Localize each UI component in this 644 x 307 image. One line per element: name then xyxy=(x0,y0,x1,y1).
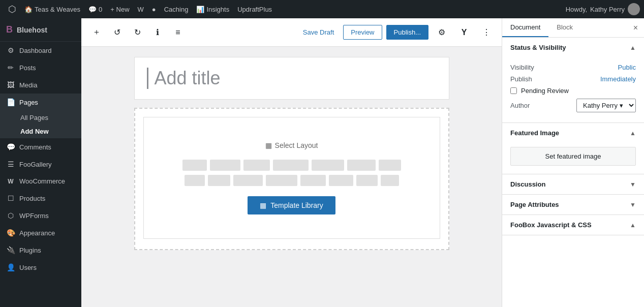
visibility-value[interactable]: Public xyxy=(618,64,636,71)
foogallery-icon: ☰ xyxy=(6,160,15,168)
yoast-icon: Y xyxy=(462,28,467,37)
editor-content[interactable]: Add title ▦ Select Layout xyxy=(81,47,502,307)
woo-icon-top[interactable]: W xyxy=(134,0,148,18)
chevron-down-icon-disc: ▼ xyxy=(630,181,636,188)
layout-cell xyxy=(312,160,344,171)
undo-button[interactable]: ↺ xyxy=(108,23,126,42)
dashboard-icon: ⚙ xyxy=(6,46,15,54)
sidebar-item-products[interactable]: ☐ Products xyxy=(0,190,81,207)
preview-button[interactable]: Preview xyxy=(343,25,382,40)
status-visibility-section: Status & Visibility ▲ Visibility Public … xyxy=(502,38,644,123)
layout-cell xyxy=(300,175,326,186)
tab-document[interactable]: Document xyxy=(502,18,548,37)
publish-row: Publish Immediately xyxy=(510,73,636,85)
add-block-button[interactable]: ＋ xyxy=(87,23,106,42)
pending-review-row: Pending Review xyxy=(510,85,636,97)
pending-review-checkbox[interactable] xyxy=(510,87,517,94)
layout-cell xyxy=(210,160,240,171)
discussion-section: Discussion ▼ xyxy=(502,174,644,195)
insights-link[interactable]: 📊 Insights xyxy=(192,0,233,18)
layout-cell xyxy=(347,160,376,171)
woocommerce-icon: W xyxy=(6,178,15,185)
sidebar-sub-all-pages[interactable]: All Pages xyxy=(14,111,81,125)
settings-button[interactable]: ⚙ xyxy=(433,23,451,42)
home-icon: 🏠 xyxy=(24,6,33,13)
updraft-link[interactable]: UpdraftPlus xyxy=(233,0,276,18)
appearance-icon: 🎨 xyxy=(6,229,15,237)
user-greeting[interactable]: Howdy, Kathy Perry xyxy=(566,3,640,15)
media-icon: 🖼 xyxy=(6,81,15,89)
layout-cell xyxy=(329,175,353,186)
layout-cell xyxy=(273,160,309,171)
sidebar-sub-add-new[interactable]: Add New xyxy=(14,125,81,138)
comments-link[interactable]: 💬 0 xyxy=(84,0,106,18)
select-layout-label: ▦ Select Layout xyxy=(265,141,318,149)
sidebar-item-foogallery[interactable]: ☰ FooGallery xyxy=(0,156,81,173)
bluehost-icon: B xyxy=(6,24,13,35)
more-options-button[interactable]: ⋮ xyxy=(477,23,496,42)
title-placeholder[interactable]: Add title xyxy=(147,68,437,89)
top-bar: ⬡ 🏠 Teas & Weaves 💬 0 + New W ● Caching … xyxy=(0,0,644,18)
sidebar-brand[interactable]: B Bluehost xyxy=(0,18,81,42)
title-block[interactable]: Add title xyxy=(134,57,449,100)
pages-submenu: All Pages Add New xyxy=(0,111,81,138)
featured-image-header[interactable]: Featured Image ▲ xyxy=(502,123,644,143)
sidebar-item-appearance[interactable]: 🎨 Appearance xyxy=(0,224,81,241)
comments-icon: 💬 xyxy=(88,6,97,13)
sidebar-item-dashboard[interactable]: ⚙ Dashboard xyxy=(0,42,81,59)
sidebar-item-woocommerce[interactable]: W WooCommerce xyxy=(0,173,81,190)
wp-logo[interactable]: ⬡ xyxy=(4,4,20,15)
site-name[interactable]: 🏠 Teas & Weaves xyxy=(20,0,84,18)
list-icon: ≡ xyxy=(175,28,180,37)
redo-icon: ↻ xyxy=(134,27,141,37)
dot-status[interactable]: ● xyxy=(148,0,160,18)
caching-link[interactable]: Caching xyxy=(160,0,193,18)
layout-grid xyxy=(156,160,427,186)
status-visibility-body: Visibility Public Publish Immediately Pe… xyxy=(502,57,644,122)
sidebar-item-plugins[interactable]: 🔌 Plugins xyxy=(0,241,81,259)
publish-value[interactable]: Immediately xyxy=(600,75,636,83)
chevron-up-icon: ▲ xyxy=(630,44,636,51)
publish-button[interactable]: Publish... xyxy=(386,25,428,40)
foobox-header[interactable]: FooBox Javascript & CSS ▲ xyxy=(502,215,644,235)
featured-image-body: Set featured image xyxy=(502,143,644,174)
set-featured-image-button[interactable]: Set featured image xyxy=(510,147,636,166)
more-options-icon: ⋮ xyxy=(482,27,490,37)
sidebar-item-media[interactable]: 🖼 Media xyxy=(0,76,81,94)
layout-cell xyxy=(379,160,401,171)
status-visibility-header[interactable]: Status & Visibility ▲ xyxy=(502,38,644,57)
panel-body: Status & Visibility ▲ Visibility Public … xyxy=(502,38,644,307)
page-attributes-header[interactable]: Page Attributes ▼ xyxy=(502,195,644,214)
sidebar: B Bluehost ⚙ Dashboard ✏ Posts 🖼 Media 📄… xyxy=(0,18,81,307)
pages-icon: 📄 xyxy=(6,98,15,106)
sidebar-item-wpforms[interactable]: ⬡ WPForms xyxy=(0,207,81,224)
save-draft-button[interactable]: Save Draft xyxy=(298,25,339,39)
template-library-icon: ▦ xyxy=(260,201,266,209)
sidebar-item-posts[interactable]: ✏ Posts xyxy=(0,59,81,76)
template-library-button[interactable]: ▦ Template Library xyxy=(248,196,335,214)
sidebar-item-comments[interactable]: 💬 Comments xyxy=(0,138,81,156)
sidebar-item-users[interactable]: 👤 Users xyxy=(0,259,81,276)
new-button[interactable]: + New xyxy=(106,0,133,18)
discussion-header[interactable]: Discussion ▼ xyxy=(502,174,644,194)
panel-tabs: Document Block × xyxy=(502,18,644,38)
featured-image-section: Featured Image ▲ Set featured image xyxy=(502,123,644,174)
close-panel-button[interactable]: × xyxy=(627,19,644,37)
redo-button[interactable]: ↻ xyxy=(128,23,146,42)
chevron-up-icon-fi: ▲ xyxy=(630,130,636,137)
layout-cell xyxy=(243,160,270,171)
layout-cell xyxy=(381,175,399,186)
author-select[interactable]: Kathy Perry ▾ xyxy=(576,99,636,112)
avatar xyxy=(628,3,640,15)
foobox-section: FooBox Javascript & CSS ▲ xyxy=(502,215,644,235)
layout-block[interactable]: ▦ Select Layout xyxy=(134,108,449,250)
sidebar-item-pages[interactable]: 📄 Pages xyxy=(0,94,81,111)
tab-block[interactable]: Block xyxy=(548,18,581,37)
yoast-button[interactable]: Y xyxy=(455,23,473,42)
editor-page: Add title ▦ Select Layout xyxy=(134,57,449,250)
list-view-button[interactable]: ≡ xyxy=(169,23,187,42)
layout-icon: ▦ xyxy=(265,141,272,149)
chevron-up-icon-fb: ▲ xyxy=(630,222,636,229)
info-button[interactable]: ℹ xyxy=(148,23,167,42)
add-icon: ＋ xyxy=(93,27,101,38)
